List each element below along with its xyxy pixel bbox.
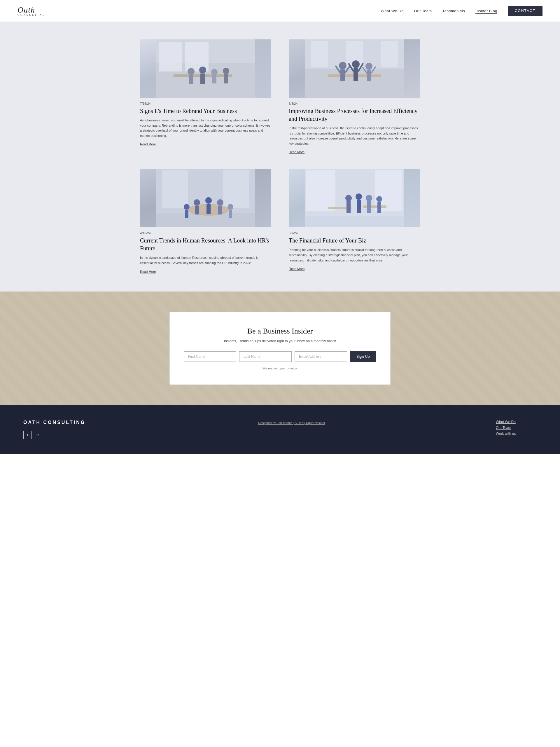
svg-point-54 (355, 194, 362, 200)
newsletter-box: Be a Business Insider Insights, Trends a… (169, 312, 391, 385)
svg-rect-24 (353, 68, 358, 81)
svg-point-36 (194, 199, 200, 206)
svg-rect-43 (229, 210, 232, 218)
svg-point-52 (345, 195, 352, 201)
blog-section: 7/16/24 Signs It's Time to Rebrand Your … (0, 22, 560, 291)
svg-rect-20 (340, 70, 345, 81)
privacy-note: We respect your privacy. (187, 366, 373, 370)
svg-rect-45 (185, 210, 188, 218)
nav-contact[interactable]: CONTACT (508, 6, 542, 16)
svg-rect-48 (306, 171, 336, 211)
logo-sub: CONSULTING (18, 14, 46, 16)
blog-title-1: Signs It's Time to Rebrand Your Business (140, 107, 271, 115)
svg-point-42 (228, 204, 233, 210)
footer-link-work-with-us[interactable]: Work with us (496, 432, 537, 436)
blog-image-4 (289, 169, 420, 227)
read-more-2[interactable]: Read More (289, 150, 304, 154)
footer-credit[interactable]: Designed by Jen Maher | Built by SquareK… (258, 421, 325, 424)
svg-point-40 (217, 199, 223, 206)
blog-date-4: 3/7/24 (289, 231, 420, 235)
svg-rect-41 (218, 206, 222, 214)
blog-title-2: Improving Business Processes for Increas… (289, 107, 420, 123)
svg-rect-39 (207, 204, 211, 214)
blog-excerpt-1: As a business owner, you must be attuned… (140, 118, 271, 138)
svg-rect-53 (347, 201, 351, 213)
svg-point-56 (366, 195, 372, 201)
nav-what-we-do[interactable]: What We Do (381, 9, 403, 13)
site-footer: OATH CONSULTING f in Designed by Jen Mah… (0, 405, 560, 454)
newsletter-title: Be a Business Insider (187, 327, 373, 336)
svg-rect-17 (381, 41, 398, 67)
svg-point-44 (184, 204, 190, 210)
svg-point-27 (366, 63, 372, 70)
svg-rect-37 (195, 206, 199, 214)
footer-logo: OATH CONSULTING (23, 420, 87, 425)
svg-rect-57 (367, 201, 371, 213)
read-more-1[interactable]: Read More (140, 143, 156, 146)
svg-rect-15 (311, 41, 328, 67)
footer-social: f in (23, 431, 87, 439)
svg-rect-34 (223, 171, 249, 208)
blog-card-3: 4/10/24 Current Trends in Human Resource… (140, 169, 271, 274)
blog-date-2: 5/3/24 (289, 102, 420, 105)
svg-rect-6 (189, 75, 193, 84)
blog-date-3: 4/10/24 (140, 231, 271, 235)
blog-card-2: 5/3/24 Improving Business Processes for … (289, 40, 420, 154)
blog-image-1 (140, 40, 271, 98)
svg-point-11 (223, 68, 229, 74)
blog-image-3 (140, 169, 271, 227)
blog-excerpt-3: In the dynamic landscape of Human Resour… (140, 255, 271, 265)
logo[interactable]: Oath CONSULTING (18, 5, 46, 16)
svg-rect-33 (162, 171, 188, 208)
read-more-3[interactable]: Read More (140, 270, 156, 274)
svg-rect-3 (185, 42, 209, 72)
first-name-input[interactable] (184, 351, 236, 362)
blog-title-4: The Financial Future of Your Biz (289, 237, 420, 244)
svg-point-5 (188, 68, 194, 75)
facebook-icon[interactable]: f (23, 431, 31, 439)
svg-rect-12 (224, 74, 228, 83)
svg-rect-55 (357, 200, 361, 213)
last-name-input[interactable] (239, 351, 292, 362)
svg-point-23 (352, 60, 359, 68)
svg-rect-10 (212, 75, 216, 83)
svg-rect-28 (367, 70, 371, 81)
main-nav: What We Do Our Team Testimonials Insider… (381, 6, 542, 16)
nav-testimonials[interactable]: Testimonials (443, 9, 465, 13)
read-more-4[interactable]: Read More (289, 267, 304, 271)
svg-point-19 (339, 62, 347, 70)
blog-excerpt-4: Planning for your business's financial f… (289, 248, 420, 263)
svg-point-9 (211, 69, 218, 75)
svg-rect-8 (201, 74, 205, 84)
email-input[interactable] (295, 351, 347, 362)
signup-button[interactable]: Sign Up (350, 351, 376, 362)
logo-main: Oath (18, 5, 35, 14)
blog-image-2 (289, 40, 420, 98)
svg-point-58 (376, 196, 382, 202)
nav-our-team[interactable]: Our Team (414, 9, 432, 13)
linkedin-icon[interactable]: in (34, 431, 42, 439)
svg-point-38 (205, 197, 212, 204)
blog-date-1: 7/16/24 (140, 102, 271, 105)
newsletter-form: Sign Up (187, 351, 373, 362)
svg-rect-51 (363, 205, 386, 208)
blog-card-4: 3/7/24 The Financial Future of Your Biz … (289, 169, 420, 274)
blog-card-1: 7/16/24 Signs It's Time to Rebrand Your … (140, 40, 271, 154)
footer-link-what-we-do[interactable]: What We Do (496, 420, 537, 424)
footer-brand: OATH CONSULTING f in (23, 420, 87, 439)
svg-point-7 (199, 67, 206, 74)
blog-excerpt-2: In the fast-paced world of business, the… (289, 126, 420, 146)
newsletter-subtitle: Insights, Trends an Tips delivered right… (187, 339, 373, 343)
footer-links: What We Do Our Team Work with us (496, 420, 537, 436)
svg-rect-2 (159, 42, 182, 72)
blog-grid: 7/16/24 Signs It's Time to Rebrand Your … (140, 40, 420, 274)
site-header: Oath CONSULTING What We Do Our Team Test… (0, 0, 560, 22)
footer-link-our-team[interactable]: Our Team (496, 426, 537, 430)
svg-rect-59 (377, 202, 381, 213)
newsletter-section: Be a Business Insider Insights, Trends a… (0, 291, 560, 405)
footer-center: Designed by Jen Maher | Built by SquareK… (105, 420, 478, 425)
nav-insider-blog[interactable]: Insider Blog (475, 9, 497, 13)
blog-title-3: Current Trends in Human Resources: A Loo… (140, 237, 271, 252)
